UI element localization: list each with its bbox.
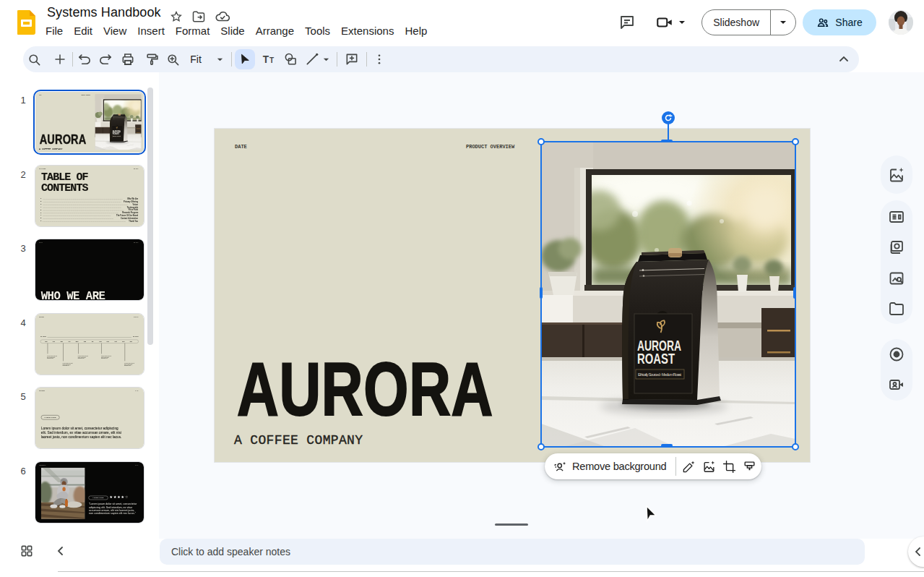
svg-text:T: T — [269, 56, 275, 64]
svg-text:T: T — [263, 54, 269, 65]
